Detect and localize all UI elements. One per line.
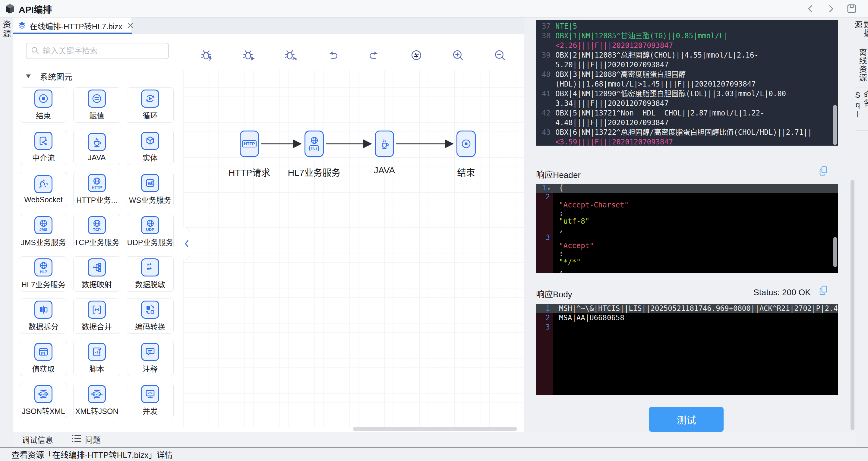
zoom-out-icon[interactable] bbox=[493, 48, 507, 62]
code-line: 39OBX|2|NM|12083^总胆固醇(CHOL)||4.55|mmol/L… bbox=[536, 50, 838, 60]
tab-bar: 在线编排-HTTP转HL7.bizx bbox=[13, 18, 524, 34]
palette-item-tcp-service[interactable]: TCPTCP业务服务 bbox=[73, 214, 120, 249]
code-line: 43OBX|6|NM|13722^总胆固醇/高密度脂蛋白胆固醇比值(CHOL/H… bbox=[536, 127, 838, 137]
code-line: : bbox=[536, 250, 838, 258]
palette-item-label: UDP业务服务 bbox=[127, 236, 173, 247]
code-line: 2MSA|AA|U6680658 bbox=[536, 313, 838, 322]
palette-item-mediator-flow[interactable]: 中介流 bbox=[20, 130, 67, 165]
tab-close-icon[interactable] bbox=[127, 22, 134, 30]
palette-item-entity[interactable]: 实体 bbox=[127, 130, 174, 165]
stop-icon bbox=[34, 90, 53, 107]
svg-text:(x): (x) bbox=[41, 351, 45, 355]
chevron-down-icon[interactable] bbox=[26, 74, 31, 79]
hl7-editor-scrollbar[interactable] bbox=[833, 105, 837, 145]
palette-item-xml-to-json[interactable]: XML-JsonXML转JSON bbox=[73, 383, 120, 418]
palette-item-hl7-service[interactable]: HL7HL7业务服务 bbox=[20, 256, 67, 291]
header-editor-scrollbar[interactable] bbox=[833, 237, 837, 267]
code-line: "utf-8" bbox=[536, 217, 838, 225]
palette-item-udp-service[interactable]: UDPUDP业务服务 bbox=[127, 214, 174, 249]
globe-icon: HL7 bbox=[34, 258, 53, 276]
debug-lightning-icon[interactable] bbox=[200, 48, 214, 62]
palette-item-concurrent[interactable]: </>并发 bbox=[127, 383, 174, 418]
palette-item-label: HTTP业务... bbox=[76, 194, 117, 205]
svg-text:**: ** bbox=[147, 266, 152, 273]
palette-panel: 系统图元 结束赋值循环中介流JAVA实体WebSocketHTTPHTTP业务.… bbox=[13, 34, 183, 432]
copy-header-icon[interactable] bbox=[819, 166, 828, 176]
left-resource-strip[interactable]: 资源 bbox=[0, 18, 13, 447]
palette-item-label: 实体 bbox=[143, 152, 158, 163]
right-strip-tab-3[interactable]: 命名Sql bbox=[856, 87, 868, 130]
canvas-toolbar bbox=[183, 34, 524, 70]
flow-canvas[interactable]: HTTPHTTP请求HL7HL7业务服务JAVA结束 bbox=[183, 34, 524, 432]
palette-item-script[interactable]: </>脚本 bbox=[73, 341, 120, 376]
code-line: "*/*" bbox=[536, 258, 838, 266]
palette-item-data-merge[interactable]: 数据合并 bbox=[73, 299, 120, 334]
node-label-java: JAVA bbox=[374, 165, 395, 176]
save-icon[interactable] bbox=[846, 3, 857, 14]
right-strip-tab-label: 命名Sql bbox=[853, 87, 868, 130]
palette-item-encoding-convert[interactable]: 编码转换 bbox=[127, 299, 174, 334]
right-strip-tab-1[interactable]: 数据源 bbox=[856, 18, 868, 45]
right-strip-tab-2[interactable]: 离线资源 bbox=[856, 45, 868, 87]
code-line: 40OBX|3|NM|12088^高密度脂蛋白胆固醇 bbox=[536, 70, 838, 79]
palette-item-data-split[interactable]: 数据拆分 bbox=[20, 299, 67, 334]
search-input[interactable] bbox=[42, 46, 164, 56]
undo-icon[interactable] bbox=[326, 48, 339, 62]
palette-item-jms-service[interactable]: JMSJMS业务服务 bbox=[20, 214, 67, 249]
debug-step-icon[interactable] bbox=[284, 48, 298, 62]
loop-icon bbox=[141, 90, 159, 107]
flow-node-hl7-service[interactable]: HL7 bbox=[305, 130, 324, 157]
flow-node-java[interactable] bbox=[375, 130, 394, 157]
copy-body-icon[interactable] bbox=[819, 285, 828, 296]
redo-icon[interactable] bbox=[368, 48, 381, 62]
websocket-icon bbox=[34, 175, 53, 193]
palette-item-data-masking[interactable]: ****数据脱敏 bbox=[127, 256, 174, 291]
palette-item-data-mapping[interactable]: 数据映射 bbox=[73, 256, 120, 291]
canvas-grid[interactable]: HTTPHTTP请求HL7HL7业务服务JAVA结束 bbox=[183, 70, 524, 427]
palette-collapse-handle[interactable] bbox=[183, 227, 190, 260]
palette-item-comment[interactable]: 注释 bbox=[127, 341, 174, 376]
palette-item-loop[interactable]: 循环 bbox=[127, 87, 174, 123]
canvas-horizontal-scrollbar[interactable] bbox=[353, 427, 517, 431]
palette-item-ws-service[interactable]: WWS业务服务 bbox=[127, 172, 174, 207]
palette-item-http-service[interactable]: HTTPHTTP业务... bbox=[73, 172, 120, 207]
problems-tab[interactable]: 问题 bbox=[72, 434, 101, 445]
forward-icon[interactable] bbox=[826, 4, 836, 14]
flow-node-http-request[interactable]: HTTP bbox=[240, 130, 259, 157]
back-icon[interactable] bbox=[805, 4, 815, 14]
encode-icon bbox=[141, 301, 159, 319]
flow-node-end[interactable] bbox=[457, 130, 476, 157]
layers-icon bbox=[18, 22, 26, 30]
palette-item-value-get[interactable]: (x)值获取 bbox=[20, 341, 67, 376]
code-line: 4.48||||F|||20201207093847 bbox=[536, 118, 838, 127]
node-label-end: 结束 bbox=[457, 165, 475, 179]
code-line: 5.20||||F|||20201207093847 bbox=[536, 60, 838, 70]
test-button[interactable]: 测试 bbox=[649, 407, 723, 432]
debug-play-icon[interactable] bbox=[242, 48, 256, 62]
palette-item-websocket[interactable]: WebSocket bbox=[20, 172, 67, 207]
panel-scrollbar[interactable] bbox=[850, 180, 855, 430]
palette-item-assign[interactable]: 赋值 bbox=[73, 87, 120, 123]
code-line: 1MSH|^~\&|HTCIS||LIS||20250521181746.969… bbox=[536, 304, 838, 313]
search-icon bbox=[31, 46, 39, 56]
debug-info-tab[interactable]: 调试信息 bbox=[22, 434, 53, 445]
request-hl7-editor[interactable]: 37NTE|538OBX|1|NM|12085^甘油三酯(TG)||0.85|m… bbox=[536, 20, 838, 146]
script-icon: </> bbox=[88, 343, 106, 361]
response-body-editor[interactable]: 1MSH|^~\&|HTCIS||LIS||20250521181746.969… bbox=[536, 304, 838, 395]
palette-item-java[interactable]: JAVA bbox=[73, 130, 120, 165]
palette-item-label: 并发 bbox=[143, 405, 158, 416]
palette-item-end[interactable]: 结束 bbox=[20, 87, 67, 123]
palette-item-label: 脚本 bbox=[89, 363, 104, 374]
sync-icon[interactable] bbox=[409, 48, 423, 62]
valget-icon: (x) bbox=[34, 343, 53, 361]
palette-item-json-to-xml[interactable]: Json-XMLJSON转XML bbox=[20, 383, 67, 418]
tab-online-orchestration[interactable]: 在线编排-HTTP转HL7.bizx bbox=[13, 18, 132, 34]
comment-icon bbox=[141, 343, 159, 361]
palette-search[interactable] bbox=[26, 43, 169, 59]
svg-text:</>: </> bbox=[148, 391, 153, 395]
palette-section-header[interactable]: 系统图元 bbox=[26, 70, 72, 82]
zoom-in-icon[interactable] bbox=[451, 48, 465, 62]
globe-icon: TCP bbox=[88, 216, 106, 234]
response-header-editor[interactable]: 1▼{2 "Accept-Charset": "utf-8",3 "Accept… bbox=[536, 184, 838, 273]
flow-icon bbox=[34, 132, 53, 150]
